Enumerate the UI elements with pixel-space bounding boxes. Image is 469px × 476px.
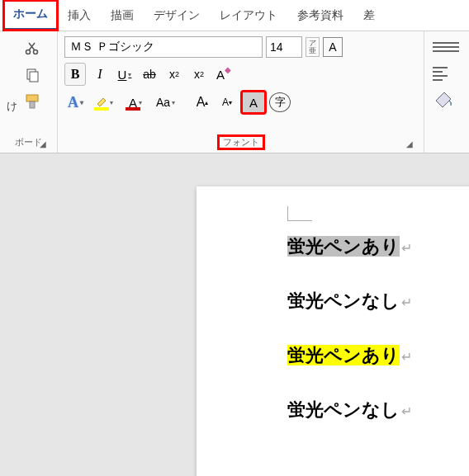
group-paragraph xyxy=(424,31,469,153)
group-font: ア 亜 A B I U▾ ab x2 x2 A◆ A▾ ▾ A ▾ xyxy=(58,31,424,153)
clipboard-launcher-icon[interactable]: ◢ xyxy=(37,138,49,149)
return-mark-icon: ↵ xyxy=(401,295,412,309)
ribbon-body: け ボード ◢ ア 亜 xyxy=(0,31,469,153)
strikethrough-button[interactable]: ab xyxy=(139,63,160,86)
group-clipboard: け ボード ◢ xyxy=(0,31,58,153)
underline-button[interactable]: U▾ xyxy=(114,63,135,86)
bold-button[interactable]: B xyxy=(64,63,86,86)
shading-fill-button[interactable] xyxy=(433,91,456,109)
highlight-color-button[interactable]: ▾ xyxy=(90,91,118,114)
font-row-2: B I U▾ ab x2 x2 A◆ xyxy=(64,63,417,86)
font-group-label: フォント xyxy=(218,135,264,149)
tab-insert[interactable]: 挿入 xyxy=(58,2,101,30)
align-button[interactable] xyxy=(433,64,456,82)
font-size-input[interactable] xyxy=(266,36,302,58)
svg-rect-3 xyxy=(30,72,38,82)
grow-font-button[interactable]: A▴ xyxy=(192,91,213,114)
chevron-down-icon: ▾ xyxy=(128,71,131,78)
font-color-button[interactable]: A ▾ xyxy=(121,91,149,114)
character-border-button[interactable]: A xyxy=(323,37,343,57)
phonetic-bottom: 亜 xyxy=(309,47,316,54)
ribbon-tabs: ホーム 挿入 描画 デザイン レイアウト 参考資料 差 xyxy=(0,0,469,31)
copy-icon[interactable] xyxy=(24,66,42,84)
shrink-font-button[interactable]: A▾ xyxy=(216,91,238,114)
tab-design[interactable]: デザイン xyxy=(144,2,210,30)
superscript-button[interactable]: x2 xyxy=(188,63,210,86)
subscript-button[interactable]: x2 xyxy=(163,63,185,86)
tab-draw[interactable]: 描画 xyxy=(101,2,144,30)
tab-layout[interactable]: レイアウト xyxy=(210,2,287,30)
font-name-input[interactable] xyxy=(64,36,263,58)
change-case-button[interactable]: Aa▾ xyxy=(153,91,178,114)
tab-mailings[interactable]: 差 xyxy=(353,2,385,30)
font-launcher-icon[interactable]: ◢ xyxy=(404,138,415,149)
ruler-corner-icon xyxy=(287,206,312,221)
doc-line-1[interactable]: 蛍光ペンあり↵ xyxy=(287,234,412,259)
tab-references[interactable]: 参考資料 xyxy=(287,2,353,30)
font-row-3: A▾ ▾ A ▾ Aa▾ A▴ A▾ A 字 xyxy=(64,91,417,114)
return-mark-icon: ↵ xyxy=(401,404,412,418)
tab-home[interactable]: ホーム xyxy=(3,0,58,31)
highlight-swatch xyxy=(94,107,109,111)
clear-formatting-button[interactable]: A◆ xyxy=(213,63,234,86)
svg-point-1 xyxy=(34,50,38,54)
text-effects-button[interactable]: A▾ xyxy=(64,91,87,114)
document-area: 蛍光ペンあり↵ 蛍光ペンなし↵ 蛍光ペンあり↵ 蛍光ペンなし↵ xyxy=(0,153,469,476)
svg-point-0 xyxy=(26,50,31,54)
character-shading-button[interactable]: A xyxy=(241,91,266,114)
bullets-button[interactable] xyxy=(433,38,456,56)
cut-icon[interactable] xyxy=(24,40,42,58)
svg-rect-5 xyxy=(30,101,35,108)
enclose-characters-button[interactable]: 字 xyxy=(269,92,291,112)
return-mark-icon: ↵ xyxy=(401,241,412,255)
paint-bucket-icon xyxy=(433,91,454,107)
doc-line-2[interactable]: 蛍光ペンなし↵ xyxy=(287,289,412,313)
font-color-swatch xyxy=(126,107,140,111)
font-row-1: ア 亜 A xyxy=(64,36,417,58)
italic-button[interactable]: I xyxy=(89,63,111,86)
phonetic-guide-button[interactable]: ア 亜 xyxy=(306,37,320,57)
document-page[interactable]: 蛍光ペンあり↵ 蛍光ペンなし↵ 蛍光ペンあり↵ 蛍光ペンなし↵ xyxy=(197,186,469,476)
doc-line-4[interactable]: 蛍光ペンなし↵ xyxy=(287,398,412,422)
doc-line-3[interactable]: 蛍光ペンあり↵ xyxy=(287,343,412,368)
format-painter-icon[interactable] xyxy=(24,92,42,111)
paste-label-fragment: け xyxy=(7,36,17,114)
return-mark-icon: ↵ xyxy=(401,350,412,364)
svg-rect-4 xyxy=(26,95,38,101)
